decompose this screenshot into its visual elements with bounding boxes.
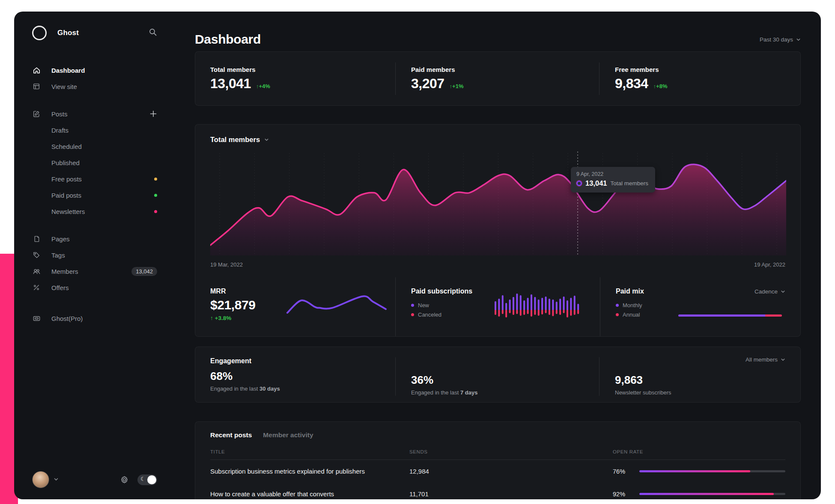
chevron-down-icon [54, 476, 59, 483]
open-rate-bar [639, 470, 785, 472]
ghost-pro-icon [32, 314, 41, 323]
sidebar-footer: ☾ [32, 471, 157, 488]
stat-total-members: Total members 13,041 ↑+4% [210, 62, 395, 95]
sidebar-item-offers[interactable]: Offers [14, 279, 195, 296]
search-icon[interactable] [149, 28, 157, 38]
mrr-section: MRR $21,879 ↑ +3.8% [210, 277, 395, 336]
members-icon [32, 267, 41, 276]
browser-window-icon [32, 82, 41, 91]
sidebar-item-paid-posts[interactable]: Paid posts [14, 187, 195, 203]
dark-mode-toggle[interactable]: ☾ [137, 474, 157, 485]
new-post-button[interactable] [149, 110, 157, 118]
chevron-down-icon [781, 289, 785, 294]
nav-gap [14, 219, 195, 231]
engagement-card: All members Engagement 68% Engaged in th… [195, 347, 801, 403]
main-content: Dashboard Past 30 days Total members 13,… [195, 12, 801, 499]
open-rate-bar [639, 493, 785, 495]
user-menu[interactable] [32, 471, 59, 488]
sidebar-item-scheduled[interactable]: Scheduled [14, 138, 195, 154]
chevron-down-icon [796, 37, 801, 42]
home-icon [32, 66, 41, 74]
sidebar-item-newsletters[interactable]: Newsletters [14, 203, 195, 219]
col-sends: SENDS [409, 449, 613, 454]
edit-post-icon [32, 110, 41, 118]
posts-table-header: TITLE SENDS OPEN RATE [210, 449, 785, 460]
monthly-segment [678, 314, 765, 317]
paid-posts-dot [154, 194, 157, 197]
sidebar-item-posts[interactable]: Posts [14, 106, 195, 122]
ghost-logo[interactable] [32, 26, 47, 40]
avatar[interactable] [32, 471, 49, 488]
chart-end-date: 19 Apr, 2022 [754, 261, 785, 268]
table-row[interactable]: How to create a valuable offer that conv… [210, 483, 785, 499]
stat-value: 3,207 [411, 76, 444, 92]
brand-row: Ghost [32, 24, 157, 42]
paid-mix-bar [678, 314, 782, 317]
sidebar-item-drafts[interactable]: Drafts [14, 122, 195, 138]
mrr-sparkline [283, 283, 390, 324]
engagement-7d: 36% Engaged in the last 7 days [395, 357, 599, 396]
table-row[interactable]: Subscription business metrics explained … [210, 460, 785, 483]
free-posts-dot [154, 178, 157, 181]
stat-delta: ↑+4% [256, 83, 270, 89]
sidebar-footer-actions: ☾ [120, 474, 157, 485]
sidebar-item-tags[interactable]: Tags [14, 247, 195, 263]
chart-tooltip: 9 Apr, 2022 13,041 Total members [571, 167, 655, 193]
stat-delta: ↑+1% [450, 83, 464, 89]
chart-date-range: 19 Mar, 2022 19 Apr, 2022 [210, 261, 785, 268]
gear-icon[interactable] [120, 475, 129, 484]
chevron-down-icon [781, 357, 785, 362]
tag-icon [32, 251, 41, 259]
sidebar-item-dashboard[interactable]: Dashboard [14, 62, 195, 78]
tooltip-value: 13,041 [585, 179, 607, 187]
stat-value: 9,834 [615, 76, 648, 92]
stat-delta: ↑+8% [653, 83, 668, 89]
audience-dropdown[interactable]: All members [746, 356, 785, 363]
col-title: TITLE [210, 449, 409, 454]
chart-metric-dropdown[interactable]: Total members [210, 136, 269, 144]
total-members-area-chart[interactable]: 9 Apr, 2022 13,041 Total members [210, 151, 785, 255]
stat-paid-members: Paid members 3,207 ↑+1% [395, 62, 599, 95]
tab-recent-posts[interactable]: Recent posts [210, 431, 252, 439]
paid-subscriptions-section: Paid subscriptions New Canceled [395, 277, 600, 336]
newsletter-subscribers: 9,863 Newsletter subscribers [599, 357, 785, 396]
canceled-legend-dot [411, 313, 414, 316]
ghost-admin-window: Ghost Dashboard View site Posts [14, 12, 821, 499]
toggle-knob [147, 475, 156, 484]
paid-subscriptions-bar-chart [494, 285, 582, 328]
sidebar-item-ghost-pro[interactable]: Ghost(Pro) [14, 310, 195, 326]
page: Ghost Dashboard View site Posts [0, 0, 835, 504]
engagement-30d: Engagement 68% Engaged in the last 30 da… [210, 357, 395, 396]
members-trend-card: Total members [195, 124, 801, 337]
sidebar-item-free-posts[interactable]: Free posts [14, 171, 195, 187]
new-legend-dot [411, 304, 414, 307]
chart-bottom-metrics: MRR $21,879 ↑ +3.8% Paid subscriptions N… [210, 277, 785, 336]
cadence-dropdown[interactable]: Cadence [754, 288, 785, 295]
col-open-rate: OPEN RATE [613, 449, 785, 454]
tooltip-date: 9 Apr, 2022 [576, 171, 648, 177]
sidebar: Ghost Dashboard View site Posts [14, 12, 195, 499]
date-range-dropdown[interactable]: Past 30 days [760, 36, 801, 43]
page-title: Dashboard [195, 32, 261, 47]
monthly-legend-dot [616, 304, 619, 307]
sidebar-item-published[interactable]: Published [14, 154, 195, 171]
main-header: Dashboard Past 30 days [195, 32, 801, 47]
paid-mix-section: Paid mix Cadence Monthly Annual [600, 277, 785, 336]
chart-start-date: 19 Mar, 2022 [210, 261, 243, 268]
sidebar-item-members[interactable]: Members 13,042 [14, 263, 195, 279]
sidebar-item-pages[interactable]: Pages [14, 231, 195, 247]
tooltip-metric: Total members [611, 180, 649, 187]
chevron-down-icon [264, 137, 269, 142]
brand-name: Ghost [57, 29, 79, 37]
members-stats-card: Total members 13,041 ↑+4% Paid members 3… [195, 51, 801, 106]
moon-icon: ☾ [140, 476, 146, 482]
members-count-badge: 13,042 [131, 267, 157, 276]
sidebar-nav: Dashboard View site Posts Drafts Schedul… [14, 62, 195, 326]
posts-tabs: Recent posts Member activity [210, 431, 785, 439]
sidebar-item-view-site[interactable]: View site [14, 78, 195, 95]
area-chart-svg [210, 151, 786, 255]
annual-legend-dot [616, 313, 619, 316]
tab-member-activity[interactable]: Member activity [263, 431, 313, 439]
stat-free-members: Free members 9,834 ↑+8% [599, 62, 785, 95]
stat-value: 13,041 [210, 76, 251, 92]
